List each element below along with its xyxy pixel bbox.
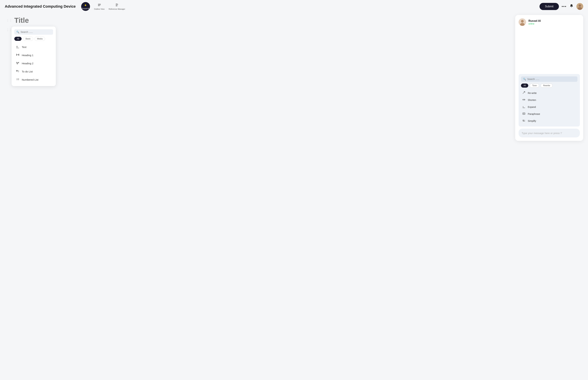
ai-command-palette: 🔍 All Tone Rewrite Re-write [519,74,580,127]
ai-menu-simplify-label: Simplify [528,120,536,122]
menu-item-todo-label: To do List [22,70,33,73]
menu-item-text-label: Text [22,46,27,48]
menu-item-heading1[interactable]: Heading 1 [14,51,53,59]
menu-item-heading2[interactable]: Heading 2 [14,59,53,67]
drag-handle-body[interactable]: ⋮⋮ [6,28,12,32]
toolbar-reference-manager[interactable]: Reference Manager [109,3,125,10]
expand-icon: I [522,105,526,109]
shorten-icon [522,98,526,102]
paraphrase-icon [522,112,526,116]
svg-text:T: T [16,46,18,48]
russel-ai-icon: ✦ [84,3,87,7]
ai-filter-tab-all[interactable]: All [521,83,528,88]
heading2-icon [16,61,20,65]
simplify-icon [522,119,526,123]
toolbar-russel-ai[interactable]: ✦ Russel AI [81,2,90,11]
topbar-right: Submit ••• [539,3,583,10]
ai-name: Russel AI [529,19,541,22]
ai-chat-area [519,29,580,74]
topbar: Advanced Integrated Computing Device ✦ R… [0,0,588,13]
menu-item-todo[interactable]: To do List [14,68,53,75]
main-area: ⋮⋮ ⋮⋮ Press '/' commands 🔍 All Basic Med… [0,13,588,141]
ai-search-input[interactable] [527,78,575,80]
svg-rect-1 [98,5,101,5]
ai-avatar [519,18,526,26]
placeholder-row: ⋮⋮ Press '/' commands [5,28,512,32]
bell-icon [569,5,574,9]
command-search-input[interactable] [20,31,51,33]
svg-point-7 [579,4,581,7]
toolbar-outline-view[interactable]: Outline View [94,3,105,10]
svg-point-8 [578,7,582,10]
ai-status: online [529,22,541,25]
ai-message-placeholder: Type your message here or press '/' [522,132,562,134]
ai-menu-item-shorten[interactable]: Shorten [521,97,577,103]
user-avatar[interactable] [576,3,583,10]
more-dots-icon: ••• [562,4,567,8]
reference-manager-icon [115,3,119,7]
command-menu-items: T Text [14,43,53,83]
notifications-button[interactable] [569,4,574,9]
ai-menu-item-paraphrase[interactable]: Paraphrase [521,111,577,117]
ai-filter-tab-rewrite[interactable]: Rewrite [541,83,553,88]
todo-icon [16,69,20,74]
reference-manager-label: Reference Manager [109,8,125,10]
submit-button[interactable]: Submit [539,3,559,10]
outline-view-icon [97,3,101,7]
ai-panel: Russel AI online 🔍 All Tone Rewrite [515,15,583,141]
ai-menu-rewrite-label: Re-write [528,92,537,95]
command-search-row: 🔍 [14,29,53,35]
ai-filter-tabs: All Tone Rewrite [521,83,577,88]
filter-tab-all[interactable]: All [14,37,22,41]
app-title: Advanced Integrated Computing Device [5,4,76,9]
svg-rect-31 [523,120,524,121]
command-search-icon: 🔍 [16,31,19,33]
more-options-button[interactable]: ••• [562,4,567,9]
editor-section: ⋮⋮ ⋮⋮ Press '/' commands 🔍 All Basic Med… [5,13,512,141]
svg-rect-2 [98,6,100,6]
menu-item-heading2-label: Heading 2 [22,62,33,65]
text-icon: T [16,45,20,49]
toolbar-icons: ✦ Russel AI Outline View [81,2,125,11]
ai-menu-paraphrase-label: Paraphrase [528,113,540,115]
filter-tab-media[interactable]: Media [35,37,45,41]
ai-menu-items: Re-write Shorten [521,90,577,124]
rewrite-icon [522,91,526,95]
svg-rect-0 [98,4,101,4]
ai-menu-item-rewrite[interactable]: Re-write [521,90,577,96]
svg-text:I: I [523,106,523,108]
ai-panel-header: Russel AI online [519,18,580,26]
command-filter-tabs: All Basic Media [14,37,53,41]
menu-item-numbered-label: Numbered List [22,78,38,81]
ai-menu-shorten-label: Shorten [528,99,536,101]
ai-message-input[interactable]: Type your message here or press '/' [519,129,580,137]
ai-menu-item-expand[interactable]: I Expand [521,104,577,110]
drag-handle-title[interactable]: ⋮⋮ [6,19,12,22]
topbar-left: Advanced Integrated Computing Device ✦ R… [5,2,125,11]
menu-item-heading1-label: Heading 1 [22,54,33,57]
menu-item-numbered[interactable]: 1. 2. Numbered List [14,76,53,83]
outline-view-label: Outline View [94,8,105,10]
ai-filter-tab-tone[interactable]: Tone [530,83,539,88]
page-title-input[interactable] [14,16,511,24]
svg-point-25 [521,20,524,23]
ai-menu-expand-label: Expand [528,106,536,108]
russel-ai-label: Russel AI [82,8,89,10]
page-title-row: ⋮⋮ [5,16,512,24]
menu-item-text[interactable]: T Text [14,43,53,51]
numbered-icon: 1. 2. [16,77,20,82]
ai-search-row: 🔍 [521,76,577,82]
filter-tab-basic[interactable]: Basic [23,37,33,41]
ai-info: Russel AI online [529,19,541,25]
heading1-icon [16,53,20,57]
ai-search-icon: 🔍 [523,78,526,80]
command-palette: 🔍 All Basic Media T Text [12,27,56,86]
svg-text:2.: 2. [16,79,17,80]
ai-menu-item-simplify[interactable]: Simplify [521,117,577,124]
